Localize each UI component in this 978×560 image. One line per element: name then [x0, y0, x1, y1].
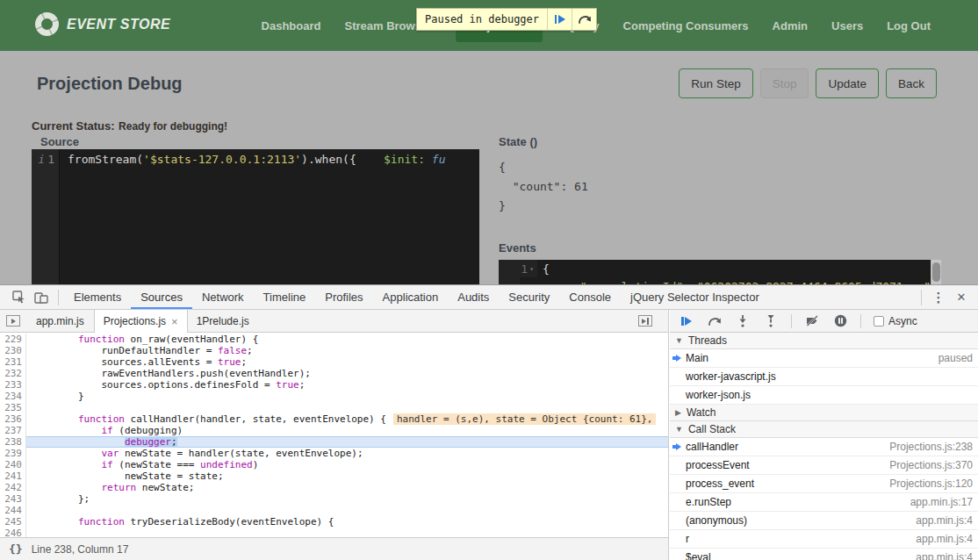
show-debugger-sidebar-button[interactable]	[638, 315, 652, 327]
events-scrollbar-thumb[interactable]	[932, 262, 940, 282]
code-line-246[interactable]: 246	[0, 528, 668, 537]
back-button[interactable]: Back	[886, 68, 937, 98]
devtools-tab-profiles[interactable]: Profiles	[315, 285, 372, 309]
thread-status: paused	[938, 352, 973, 364]
nav-item-log-out[interactable]: Log Out	[887, 19, 931, 32]
line-number[interactable]: 236	[0, 413, 26, 425]
pause-on-exceptions-button[interactable]	[832, 313, 848, 329]
nav-item-admin[interactable]: Admin	[773, 19, 808, 32]
source-code-editor[interactable]: i1 fromStream('$stats-127.0.0.1:2113').w…	[32, 149, 479, 284]
line-number[interactable]: 233	[0, 379, 26, 391]
code-line-233[interactable]: 233 sources.options.definesFold = true;	[0, 379, 668, 391]
devtools-tab-network[interactable]: Network	[192, 285, 254, 309]
code-line-232[interactable]: 232 rawEventHandlers.push(eventHandler);	[0, 368, 668, 379]
events-editor-line-2: "correlationId": "06303703-8837-4464-860…	[499, 277, 931, 284]
code-line-234[interactable]: 234 }	[0, 391, 668, 402]
section-header-watch[interactable]: ▶Watch	[670, 404, 978, 421]
line-number[interactable]: 245	[0, 516, 26, 528]
devtools-tab-console[interactable]: Console	[559, 285, 621, 309]
fold-arrow-icon[interactable]: ▾	[529, 265, 534, 273]
stack-frame-r[interactable]: rapp.min.js:4	[670, 530, 978, 549]
update-button[interactable]: Update	[816, 68, 879, 98]
close-tab-icon[interactable]: ×	[171, 315, 178, 328]
code-line-229[interactable]: 229 function on_raw(eventHandler) {	[0, 334, 668, 345]
devtools-tab-sources[interactable]: Sources	[131, 285, 192, 309]
line-number[interactable]: 242	[0, 482, 26, 493]
code-line-238[interactable]: 238 debugger;	[0, 436, 668, 448]
line-number[interactable]: 232	[0, 368, 26, 379]
run-step-button[interactable]: Run Step	[679, 68, 752, 98]
async-checkbox[interactable]: Async	[874, 315, 917, 327]
step-into-button[interactable]	[735, 313, 751, 329]
inspect-element-button[interactable]	[7, 288, 30, 307]
stack-frame-process-event[interactable]: process_eventProjections.js:120	[670, 475, 978, 493]
line-number[interactable]: 229	[0, 334, 26, 345]
thread-row-main[interactable]: Mainpaused	[670, 349, 978, 368]
devtools-tab-jquery-selector-inspector[interactable]: jQuery Selector Inspector	[621, 285, 769, 309]
code-line-237[interactable]: 237 if (debugging)	[0, 425, 668, 436]
code-line-230[interactable]: 230 runDefaultHandler = false;	[0, 345, 668, 356]
file-tab-1prelude-js[interactable]: 1Prelude.js	[188, 310, 259, 332]
source-code-lines[interactable]: 229 function on_raw(eventHandler) {230 r…	[0, 334, 668, 537]
code-line-245[interactable]: 245 function tryDeserializeBody(eventEnv…	[0, 516, 668, 528]
thread-row-worker-javascript-js[interactable]: worker-javascript.js	[670, 368, 978, 386]
line-number[interactable]: 237	[0, 425, 26, 436]
stack-frame-processevent[interactable]: processEventProjections.js:370	[670, 456, 978, 475]
code-line-241[interactable]: 241 newState = state;	[0, 470, 668, 482]
code-line-243[interactable]: 243 };	[0, 493, 668, 505]
stack-frame-anonymous[interactable]: (anonymous)app.min.js:4	[670, 512, 978, 530]
code-line-240[interactable]: 240 if (newState === undefined)	[0, 459, 668, 470]
line-number[interactable]: 243	[0, 493, 26, 505]
code-line-242[interactable]: 242 return newState;	[0, 482, 668, 493]
banner-resume-script-button[interactable]	[547, 9, 572, 30]
step-out-icon	[765, 315, 777, 327]
line-number[interactable]: 238	[0, 436, 26, 448]
step-over-button[interactable]	[707, 313, 723, 329]
line-number[interactable]: 234	[0, 391, 26, 402]
line-number[interactable]: 239	[0, 448, 26, 459]
line-number[interactable]: 230	[0, 345, 26, 356]
line-number[interactable]: 241	[0, 470, 26, 482]
line-number[interactable]: 244	[0, 505, 26, 516]
section-header-call-stack[interactable]: ▼Call Stack	[670, 420, 978, 438]
line-number[interactable]: 246	[0, 528, 26, 537]
devtools-tab-audits[interactable]: Audits	[448, 285, 499, 309]
file-tab-app-min-js[interactable]: app.min.js	[27, 310, 94, 332]
devtools-tab-timeline[interactable]: Timeline	[254, 285, 316, 309]
events-editor[interactable]: 1▾ { "correlationId": "06303703-8837-446…	[499, 260, 931, 284]
devtools-tab-security[interactable]: Security	[499, 285, 559, 309]
brand[interactable]: EVENT STORE	[35, 12, 170, 36]
inline-variable-hint: handler = (s,e), state = Object {count: …	[393, 413, 656, 425]
devtools-tab-application[interactable]: Application	[373, 285, 449, 309]
file-tab-projections-js[interactable]: Projections.js×	[94, 310, 188, 333]
line-number[interactable]: 231	[0, 356, 26, 368]
section-header-threads[interactable]: ▼Threads	[670, 333, 978, 349]
stack-frame-e-runstep[interactable]: e.runStepapp.min.js:17	[670, 493, 978, 512]
events-editor-line1-text: {	[537, 262, 550, 276]
banner-step-over-button[interactable]	[572, 9, 596, 30]
devtools-tab-elements[interactable]: Elements	[64, 285, 131, 309]
code-line-236[interactable]: 236 function callHandler(handler, state,…	[0, 413, 668, 425]
code-line-235[interactable]: 235	[0, 402, 668, 413]
status-value: Ready for debugging!	[119, 120, 227, 133]
stack-frame-callhandler[interactable]: callHandlerProjections.js:238	[670, 438, 978, 456]
stack-frame-eval[interactable]: $evalapp.min.js:4	[670, 549, 978, 560]
devtools-menu-button[interactable]: ⋮	[927, 288, 950, 307]
nav-item-users[interactable]: Users	[831, 19, 863, 32]
nav-item-dashboard[interactable]: Dashboard	[262, 19, 321, 32]
thread-row-worker-json-js[interactable]: worker-json.js	[670, 386, 978, 405]
code-line-244[interactable]: 244	[0, 505, 668, 516]
nav-item-competing-consumers[interactable]: Competing Consumers	[623, 19, 749, 32]
frame-function: r	[686, 533, 689, 545]
step-out-button[interactable]	[763, 313, 779, 329]
deactivate-breakpoints-button[interactable]	[804, 313, 820, 329]
pretty-print-button[interactable]: {}	[9, 542, 23, 556]
show-navigator-button[interactable]	[6, 315, 20, 327]
line-number[interactable]: 240	[0, 459, 26, 470]
code-line-239[interactable]: 239 var newState = handler(state, eventE…	[0, 448, 668, 459]
code-line-231[interactable]: 231 sources.allEvents = true;	[0, 356, 668, 368]
line-number[interactable]: 235	[0, 402, 26, 413]
devtools-close-button[interactable]: ✕	[950, 288, 973, 307]
resume-button[interactable]	[679, 313, 694, 329]
toggle-device-toolbar-button[interactable]	[30, 288, 53, 307]
